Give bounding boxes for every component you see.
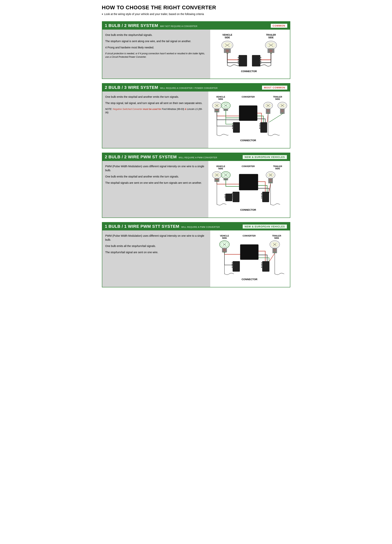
section-badge-1: COMMON	[271, 24, 287, 28]
section-1-p4: If circuit protection is needed, or if 4…	[105, 52, 207, 59]
section-header-3: 2 BULB / 2 WIRE PWM ST SYSTEM WILL REQUI…	[102, 153, 290, 161]
section-title-sub-3: WILL REQUIRE A PWM CONVERTER	[179, 156, 217, 159]
section-title-sub-4: WILL REQUIRE A PWM CONVERTER	[181, 226, 220, 228]
svg-rect-145	[232, 267, 233, 268]
section-2bulb2wirePWM: 2 BULB / 2 WIRE PWM ST SYSTEM WILL REQUI…	[102, 153, 290, 218]
svg-text:VEHICLE: VEHICLE	[220, 235, 229, 237]
svg-text:CONNECTOR: CONNECTOR	[241, 278, 257, 281]
section-title-main-1: 1 BULB / 2 WIRE SYSTEM	[105, 23, 158, 28]
section-diagram-3: VEHICLE SIDE CONVERTER TRAILER SIDE Stop…	[208, 161, 290, 218]
svg-rect-21	[252, 55, 260, 66]
bullet-icon: •	[102, 12, 103, 16]
diagram-1bulb1wirePWM: VEHICLE SIDE CONVERTER TRAILER SIDE Stop…	[212, 233, 288, 284]
svg-text:SIDE: SIDE	[274, 237, 279, 239]
section-header-1: 1 BULB / 2 WIRE SYSTEM MAY NOT REQUIRE A…	[102, 22, 290, 30]
svg-rect-114	[261, 193, 263, 194]
section-diagram-4: VEHICLE SIDE CONVERTER TRAILER SIDE Stop…	[210, 231, 290, 287]
svg-text:Turn: Turn	[269, 51, 272, 52]
svg-text:Stop: Stop	[273, 249, 276, 250]
svg-text:TRAILER: TRAILER	[273, 165, 282, 167]
svg-text:Turn: Turn	[281, 111, 283, 112]
section-1-p2: The stop/turn signal is sent along one w…	[105, 39, 207, 43]
svg-rect-73	[259, 125, 261, 126]
svg-text:SIDE: SIDE	[275, 98, 280, 100]
svg-text:Tail: Tail	[274, 252, 276, 253]
section-1bulb1wirePWM: 1 BULB / 1 WIRE PWM STT SYSTEM WILL REQU…	[102, 222, 290, 287]
section-text-4: PWM (Pulse Width Modulation) uses differ…	[102, 231, 210, 287]
svg-text:Turn: Turn	[267, 111, 269, 112]
svg-rect-27	[260, 59, 261, 60]
svg-rect-144	[232, 266, 233, 266]
svg-rect-109	[225, 194, 232, 201]
svg-rect-143	[232, 264, 233, 265]
svg-rect-104	[233, 192, 240, 202]
svg-text:Stop: Stop	[215, 179, 218, 180]
svg-rect-74	[259, 127, 261, 127]
svg-rect-68	[232, 125, 234, 126]
svg-text:Tail: Tail	[270, 182, 271, 183]
section-2-p3: NOTE: Negative Switched Converter must b…	[105, 107, 205, 114]
svg-text:CONNECTOR: CONNECTOR	[240, 139, 256, 142]
svg-text:Turn: Turn	[224, 179, 227, 180]
svg-rect-115	[261, 195, 263, 195]
svg-rect-69	[232, 127, 234, 127]
svg-rect-72	[259, 124, 261, 124]
svg-text:SIDE: SIDE	[218, 98, 223, 100]
svg-rect-110	[224, 194, 226, 195]
svg-text:VEHICLE: VEHICLE	[216, 96, 225, 98]
svg-text:Turn: Turn	[226, 51, 229, 52]
svg-text:Turn: Turn	[273, 250, 276, 252]
section-4-p3: The stop/turn/tail signal are sent on on…	[105, 250, 207, 254]
section-title-sub-2: WILL REQUIRE A CONVERTER / POWER CONVERT…	[160, 87, 218, 89]
svg-text:Stop: Stop	[226, 50, 229, 51]
section-title-main-2: 2 BULB / 3 WIRE SYSTEM	[105, 85, 158, 90]
section-diagram-1: VEHICLE SIDE TRAILER SIDE Stop Turn Tail	[210, 30, 290, 79]
svg-rect-113	[262, 192, 269, 202]
svg-text:Tail: Tail	[267, 112, 269, 114]
svg-rect-66	[233, 122, 240, 133]
section-title-main-4: 1 BULB / 1 WIRE PWM STT SYSTEM	[105, 224, 180, 229]
svg-text:CONVERTER: CONVERTER	[241, 165, 255, 167]
svg-rect-28	[260, 61, 261, 62]
svg-text:Stop: Stop	[269, 50, 272, 51]
section-header-2: 2 BULB / 3 WIRE SYSTEM WILL REQUIRE A CO…	[102, 83, 290, 91]
diagram-2bulb2wirePWM: VEHICLE SIDE CONVERTER TRAILER SIDE Stop…	[210, 164, 288, 215]
svg-text:SIDE: SIDE	[222, 237, 227, 239]
section-body-2: One bulb emits the stop/tail and another…	[102, 91, 290, 148]
svg-rect-75	[259, 128, 261, 129]
section-3-p1: PWM (Pulse Width Modulation) uses differ…	[105, 164, 205, 172]
svg-rect-142	[232, 262, 233, 263]
svg-text:SIDE: SIDE	[218, 167, 223, 170]
svg-text:Tail: Tail	[216, 111, 218, 112]
svg-rect-148	[261, 264, 263, 265]
svg-text:CONVERTER: CONVERTER	[241, 96, 255, 98]
section-3-p2: One bulb emits the stop/tail and another…	[105, 175, 205, 179]
svg-text:SIDE: SIDE	[275, 167, 280, 170]
diagram-1bulb2wire: VEHICLE SIDE TRAILER SIDE Stop Turn Tail	[212, 32, 288, 76]
svg-rect-29	[260, 63, 261, 64]
svg-rect-116	[261, 196, 263, 197]
svg-rect-150	[261, 267, 263, 268]
svg-rect-24	[238, 61, 239, 62]
section-3-p3: The stop/tail signals are sent on one wi…	[105, 181, 205, 185]
svg-text:Stop: Stop	[281, 110, 284, 111]
section-header-4: 1 BULB / 1 WIRE PWM STT SYSTEM WILL REQU…	[102, 222, 290, 231]
section-badge-2: MOST COMMON	[262, 86, 287, 90]
section-4-p1: PWM (Pulse Width Modulation) uses differ…	[105, 234, 207, 242]
section-text-2: One bulb emits the stop/tail and another…	[102, 91, 208, 148]
svg-text:CONNECTOR: CONNECTOR	[241, 70, 257, 73]
section-2bulb3wire: 2 BULB / 3 WIRE SYSTEM WILL REQUIRE A CO…	[102, 83, 290, 148]
section-2-p2: The stop signal, tail signal, and turn s…	[105, 101, 205, 105]
svg-text:Stop: Stop	[215, 109, 218, 111]
svg-text:TRAILER: TRAILER	[273, 96, 282, 98]
svg-rect-112	[224, 197, 226, 198]
svg-rect-95	[239, 174, 258, 190]
svg-rect-70	[232, 128, 234, 129]
svg-text:Stop: Stop	[223, 249, 226, 250]
svg-text:VEHICLE: VEHICLE	[216, 165, 225, 167]
svg-text:SIDE: SIDE	[268, 36, 273, 39]
svg-text:Turn: Turn	[223, 250, 226, 252]
svg-text:CONNECTOR: CONNECTOR	[240, 208, 256, 211]
svg-rect-146	[262, 261, 269, 272]
section-1bulb2wire: 1 BULB / 2 WIRE SYSTEM MAY NOT REQUIRE A…	[102, 21, 290, 79]
